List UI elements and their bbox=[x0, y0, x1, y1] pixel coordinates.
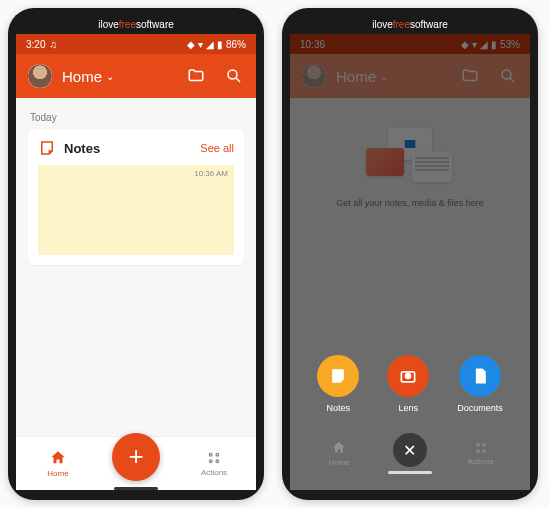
phone-bezel-top: ilovefreesoftware bbox=[16, 16, 256, 32]
nav-indicator bbox=[388, 471, 432, 474]
phone-left: ilovefreesoftware 3:20 ♫ ◆ ▾ ◢ ▮ 86% Hom… bbox=[8, 8, 264, 500]
note-item[interactable]: 10:36 AM bbox=[38, 165, 234, 255]
battery-icon: ▮ bbox=[217, 39, 223, 50]
wifi-icon: ▾ bbox=[198, 39, 203, 50]
overlay-bottom-nav: Home ✕ Actions bbox=[290, 433, 530, 474]
svg-line-1 bbox=[236, 78, 240, 82]
watermark: ilovefreesoftware bbox=[372, 19, 448, 30]
fab-add-button[interactable]: + bbox=[112, 433, 160, 481]
signal-icon: ◢ bbox=[206, 39, 214, 50]
action-documents[interactable]: Documents bbox=[457, 355, 503, 413]
action-sheet-overlay[interactable]: Notes Lens Documents bbox=[290, 34, 530, 490]
action-lens[interactable]: Lens bbox=[387, 355, 429, 413]
document-icon bbox=[470, 366, 490, 386]
app-bar: Home ⌄ bbox=[16, 54, 256, 98]
svg-point-4 bbox=[209, 460, 212, 463]
svg-point-11 bbox=[477, 444, 479, 446]
svg-point-3 bbox=[216, 453, 219, 456]
music-icon: ♫ bbox=[49, 39, 57, 50]
svg-point-12 bbox=[482, 444, 484, 446]
day-label: Today bbox=[28, 106, 244, 129]
appbar-title-dropdown[interactable]: Home ⌄ bbox=[62, 68, 168, 85]
status-bar: 3:20 ♫ ◆ ▾ ◢ ▮ 86% bbox=[16, 34, 256, 54]
search-button[interactable] bbox=[224, 66, 244, 86]
lens-icon bbox=[398, 366, 418, 386]
action-notes[interactable]: Notes bbox=[317, 355, 359, 413]
notification-dot-icon: ◆ bbox=[187, 39, 195, 50]
see-all-link[interactable]: See all bbox=[200, 142, 234, 154]
nav-actions-dimmed: Actions bbox=[451, 441, 511, 466]
svg-point-0 bbox=[228, 70, 237, 79]
nav-actions[interactable]: Actions bbox=[184, 450, 244, 477]
close-icon: ✕ bbox=[403, 441, 416, 460]
phone-bezel-top: ilovefreesoftware bbox=[290, 16, 530, 32]
action-row: Notes Lens Documents bbox=[317, 355, 503, 413]
phone-right: ilovefreesoftware 10:36 ◆ ▾ ◢ ▮ 53% Home… bbox=[282, 8, 538, 500]
folder-button[interactable] bbox=[186, 66, 206, 86]
screen-right: 10:36 ◆ ▾ ◢ ▮ 53% Home ⌄ bbox=[290, 34, 530, 490]
watermark: ilovefreesoftware bbox=[98, 19, 174, 30]
svg-point-14 bbox=[482, 450, 484, 452]
avatar[interactable] bbox=[28, 64, 52, 88]
status-time: 3:20 bbox=[26, 39, 45, 50]
nav-home-dimmed: Home bbox=[309, 440, 369, 467]
content-area: Today Notes See all 10:36 AM bbox=[16, 98, 256, 436]
battery-percent: 86% bbox=[226, 39, 246, 50]
notes-icon bbox=[328, 366, 348, 386]
svg-point-13 bbox=[477, 450, 479, 452]
bottom-nav: Home + Actions bbox=[16, 436, 256, 490]
card-title: Notes bbox=[64, 141, 192, 156]
nav-indicator bbox=[114, 487, 158, 490]
svg-point-2 bbox=[209, 453, 212, 456]
close-fab-button[interactable]: ✕ bbox=[393, 433, 427, 467]
screen-left: 3:20 ♫ ◆ ▾ ◢ ▮ 86% Home ⌄ bbox=[16, 34, 256, 490]
chevron-down-icon: ⌄ bbox=[106, 71, 114, 82]
svg-point-9 bbox=[405, 373, 412, 380]
nav-home[interactable]: Home bbox=[28, 449, 88, 478]
sticky-note-icon bbox=[38, 139, 56, 157]
notes-card: Notes See all 10:36 AM bbox=[28, 129, 244, 265]
note-timestamp: 10:36 AM bbox=[194, 169, 228, 178]
svg-point-5 bbox=[216, 460, 219, 463]
